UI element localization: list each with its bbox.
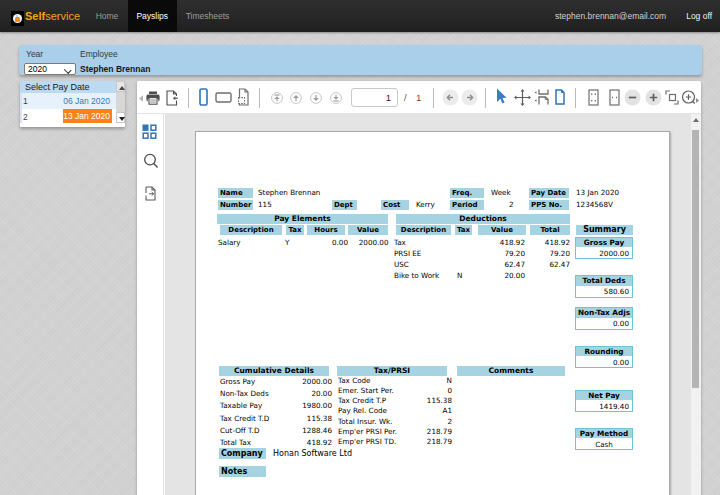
summary-box-label: Pay Method [576, 429, 632, 439]
scroll-down-button[interactable] [116, 112, 125, 123]
tax-prsi-row-value: 218.79 [427, 437, 452, 446]
pay-date-content: Select Pay Date 106 Jan 2020213 Jan 2020 [20, 81, 116, 127]
field-value-number: 115 [258, 200, 272, 210]
tax-prsi-row-value: N [447, 376, 452, 385]
page-number-input[interactable]: 1 [351, 88, 398, 107]
print-button[interactable] [146, 91, 160, 105]
tax-prsi-row-value: 218.79 [427, 427, 452, 436]
field-value-name: Stephen Brennan [258, 188, 320, 198]
history-forward-button[interactable] [461, 89, 478, 106]
zoom-in-button[interactable] [645, 89, 662, 106]
brand-title: Selfservice [25, 10, 80, 22]
page-setup-button[interactable] [238, 88, 249, 106]
field-value-paydate: 13 Jan 2020 [576, 188, 619, 198]
pay-date-panel: Select Pay Date 106 Jan 2020213 Jan 2020 [20, 81, 125, 127]
ded-row-value: 418.92 [485, 238, 525, 248]
ded-row-desc: USC [394, 260, 409, 270]
landscape-view-button[interactable] [215, 92, 232, 103]
cumulative-row-label: Cut-Off T.D [220, 426, 259, 435]
ded-row-total: 79.20 [530, 249, 570, 259]
single-page-view-button[interactable] [555, 89, 565, 105]
deductions-title: Deductions [396, 214, 570, 224]
employee-label: Employee [80, 49, 118, 59]
snap-tool-button[interactable] [534, 89, 549, 105]
landscape-page-icon [215, 92, 232, 103]
nav-timesheets[interactable]: Timesheets [177, 0, 239, 32]
fit-page-icon [588, 89, 599, 106]
thumbnails-icon[interactable] [142, 124, 157, 139]
viewer-sidebar [137, 114, 164, 495]
multi-page-view-button[interactable] [665, 90, 679, 105]
magnifier-icon [143, 153, 159, 169]
export-page-icon[interactable] [145, 186, 157, 201]
first-page-button[interactable] [271, 92, 283, 104]
previous-page-button[interactable] [290, 92, 302, 104]
scroll-up-button[interactable] [116, 81, 125, 92]
year-select-value: 2020 [28, 64, 47, 74]
tax-prsi-row: Pay Rel. CodeA1 [338, 406, 452, 416]
cumulative-rows: Gross Pay2000.00Non-Tax Deds20.00Taxable… [220, 377, 332, 451]
pan-tool-button[interactable] [514, 89, 531, 106]
page-width-icon [609, 89, 620, 106]
pe-header-hours: Hours [307, 225, 345, 235]
ded-header-tax: Tax [455, 225, 472, 235]
nav-payslips[interactable]: Payslips [128, 0, 177, 32]
zoom-page-width-button[interactable] [609, 89, 620, 106]
summary-box-value: 0.00 [576, 356, 632, 367]
ded-row-total [530, 271, 570, 281]
doc-scroll-thumb[interactable] [692, 130, 699, 388]
top-navigation-bar: Selfservice Home Payslips Timesheets ste… [0, 0, 720, 32]
next-page-button[interactable] [310, 92, 322, 104]
pay-date-scrollbar[interactable] [116, 81, 125, 123]
up-arrow-circle-icon [290, 92, 302, 104]
last-page-button[interactable] [330, 92, 342, 104]
collapse-toolbar-icon[interactable] [138, 94, 144, 103]
cumulative-row-value: 20.00 [311, 389, 332, 398]
main-nav: Home Payslips Timesheets [86, 0, 239, 32]
doc-scroll-up-button[interactable] [691, 114, 701, 127]
zoom-fit-page-button[interactable] [588, 89, 599, 106]
ded-row-total: 62.47 [530, 260, 570, 270]
field-label-name: Name [218, 188, 253, 198]
export-page-arrow-icon [166, 90, 178, 106]
document-scrollbar[interactable] [691, 114, 701, 495]
cumulative-row-label: Gross Pay [220, 377, 255, 386]
cumulative-row: Cut-Off T.D1288.46 [220, 426, 332, 438]
field-label-paydate: Pay Date [529, 188, 569, 198]
employee-name: Stephen Brennan [80, 64, 150, 74]
field-label-dept: Dept [332, 200, 357, 210]
summary-box-pay-method: Pay MethodCash [575, 428, 633, 451]
history-back-button[interactable] [442, 89, 459, 106]
pay-date-panel-title: Select Pay Date [20, 81, 116, 93]
year-select[interactable]: 2020 [24, 63, 76, 75]
pay-date-row[interactable]: 106 Jan 2020 [20, 93, 116, 110]
zoom-mode-button[interactable] [681, 89, 700, 107]
cumulative-row: Non-Tax Deds20.00 [220, 389, 332, 401]
field-value-freq: Week [491, 188, 511, 198]
tax-prsi-row-value: 2 [447, 417, 452, 426]
summary-box-value: 1419.40 [576, 400, 632, 411]
pay-date-row[interactable]: 213 Jan 2020 [20, 109, 116, 123]
summary-box-label: Net Pay [576, 391, 632, 401]
summary-box-value: 2000.00 [576, 247, 632, 258]
portrait-view-button[interactable] [199, 88, 208, 106]
summary-box-rounding: Rounding0.00 [575, 346, 633, 369]
document-area: Name Stephen Brennan Freq. Week Pay Date… [165, 114, 701, 495]
ded-row-total: 418.92 [530, 238, 570, 248]
blue-page-icon [555, 89, 565, 105]
summary-box-net-pay: Net Pay1419.40 [575, 390, 633, 413]
company-value: Honan Software Ltd [273, 449, 352, 459]
page-dashed-region-icon [238, 88, 249, 106]
cumulative-row-value: 1980.00 [302, 401, 332, 410]
search-icon[interactable] [143, 153, 159, 169]
magnifier-plus-icon [681, 89, 700, 107]
export-button[interactable] [166, 90, 178, 106]
zoom-out-button[interactable] [624, 89, 641, 106]
select-tool-button[interactable] [496, 88, 507, 106]
filter-bar: Year Employee 2020 Stephen Brennan [19, 45, 702, 75]
ded-header-value: Value [478, 225, 526, 235]
nav-home[interactable]: Home [86, 0, 128, 32]
field-value-pps: 1234568V [576, 200, 613, 210]
logoff-link[interactable]: Log off [686, 11, 712, 21]
app-logo [11, 11, 24, 26]
